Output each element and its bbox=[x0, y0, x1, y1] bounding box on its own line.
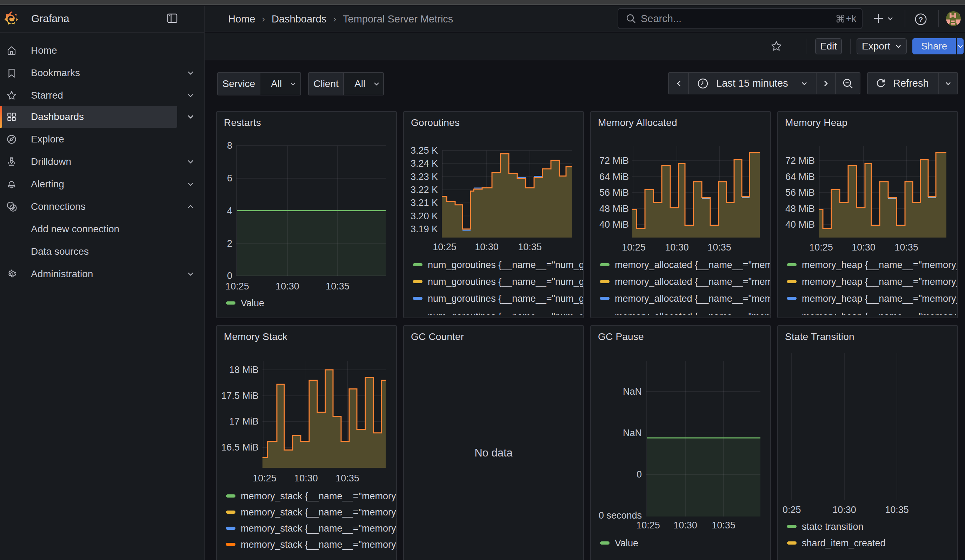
svg-text:10:35: 10:35 bbox=[885, 504, 909, 515]
svg-text:10:30: 10:30 bbox=[294, 473, 318, 483]
svg-text:16.5 MiB: 16.5 MiB bbox=[221, 442, 258, 452]
svg-text:3.22 K: 3.22 K bbox=[411, 184, 438, 195]
svg-text:10:30: 10:30 bbox=[475, 242, 499, 252]
svg-text:memory_stack {__name__="memory: memory_stack {__name__="memory_s bbox=[241, 523, 396, 534]
svg-text:64 MiB: 64 MiB bbox=[599, 171, 629, 182]
svg-text:10:25: 10:25 bbox=[809, 242, 833, 253]
svg-text:48 MiB: 48 MiB bbox=[785, 204, 815, 214]
svg-text:num_goroutines {__name__="num_: num_goroutines {__name__="num_go bbox=[428, 276, 583, 287]
svg-text:0: 0 bbox=[636, 469, 642, 480]
svg-text:56 MiB: 56 MiB bbox=[785, 188, 815, 198]
svg-text:10:35: 10:35 bbox=[518, 242, 542, 252]
svg-text:memory_allocated {__name__="me: memory_allocated {__name__="memc bbox=[615, 293, 770, 304]
svg-text:17 MiB: 17 MiB bbox=[229, 416, 258, 427]
svg-text:10:25: 10:25 bbox=[636, 520, 660, 531]
svg-text:num_goroutines {__name__="num_: num_goroutines {__name__="num_go bbox=[428, 260, 583, 270]
svg-text:Value: Value bbox=[615, 538, 638, 549]
svg-text:48 MiB: 48 MiB bbox=[599, 204, 629, 214]
svg-text:NaN: NaN bbox=[623, 386, 642, 397]
svg-text:72 MiB: 72 MiB bbox=[599, 155, 629, 166]
svg-text:memory_allocated {__name__="me: memory_allocated {__name__="memc bbox=[615, 276, 770, 287]
svg-text:0 seconds: 0 seconds bbox=[599, 510, 642, 521]
svg-text:Value: Value bbox=[241, 298, 264, 309]
svg-text:NaN: NaN bbox=[623, 428, 642, 438]
svg-text:56 MiB: 56 MiB bbox=[599, 188, 629, 198]
svg-text:memory_heap {__name__="memory_: memory_heap {__name__="memory_h bbox=[802, 293, 957, 304]
svg-text:3.25 K: 3.25 K bbox=[411, 145, 438, 156]
svg-text:40 MiB: 40 MiB bbox=[785, 219, 815, 230]
svg-text:memory_allocated {__name__="me: memory_allocated {__name__="memc bbox=[615, 260, 770, 270]
svg-text:3.24 K: 3.24 K bbox=[411, 158, 438, 169]
svg-text:6: 6 bbox=[227, 173, 232, 183]
svg-text:memory_stack {__name__="memory: memory_stack {__name__="memory_s bbox=[241, 539, 396, 550]
svg-text:3.20 K: 3.20 K bbox=[411, 211, 438, 221]
svg-text:memory_heap {__name__="memory_: memory_heap {__name__="memory_h bbox=[802, 276, 957, 287]
svg-text:3.19 K: 3.19 K bbox=[411, 224, 438, 234]
svg-text:64 MiB: 64 MiB bbox=[785, 171, 815, 182]
svg-text:10:25: 10:25 bbox=[225, 281, 249, 292]
svg-text:2: 2 bbox=[227, 238, 232, 249]
svg-text:10:35: 10:35 bbox=[711, 520, 736, 531]
svg-text:10:30: 10:30 bbox=[665, 242, 689, 253]
svg-text:10:30: 10:30 bbox=[275, 281, 299, 292]
svg-text:10:25: 10:25 bbox=[622, 242, 646, 253]
svg-text:10:35: 10:35 bbox=[707, 242, 731, 253]
svg-text:shard_item_created: shard_item_created bbox=[802, 538, 886, 549]
svg-text:10:30: 10:30 bbox=[852, 242, 875, 253]
svg-text:10:35: 10:35 bbox=[335, 473, 359, 483]
svg-text:10:30: 10:30 bbox=[833, 504, 856, 515]
svg-text:10:25: 10:25 bbox=[433, 242, 456, 252]
svg-text:?: ? bbox=[919, 15, 923, 23]
svg-text:3.23 K: 3.23 K bbox=[411, 171, 438, 182]
svg-text:state transition: state transition bbox=[802, 521, 864, 532]
svg-text:0: 0 bbox=[227, 271, 232, 281]
svg-text:18 MiB: 18 MiB bbox=[229, 364, 258, 375]
svg-text:4: 4 bbox=[227, 206, 232, 216]
svg-text:memory_stack {__name__="memory: memory_stack {__name__="memory_s bbox=[241, 507, 396, 518]
svg-text:10:35: 10:35 bbox=[325, 281, 350, 292]
svg-text:num_goroutines {__name__="num_: num_goroutines {__name__="num_go bbox=[428, 293, 583, 304]
svg-text:10:30: 10:30 bbox=[674, 520, 697, 531]
svg-text:3.21 K: 3.21 K bbox=[411, 198, 438, 208]
svg-text:memory_stack {__name__="memory: memory_stack {__name__="memory_s bbox=[241, 491, 396, 501]
svg-text:0:25: 0:25 bbox=[782, 504, 801, 515]
svg-text:72 MiB: 72 MiB bbox=[785, 155, 815, 166]
svg-text:10:25: 10:25 bbox=[253, 473, 276, 483]
svg-text:memory_heap {__name__="memory_: memory_heap {__name__="memory_h bbox=[802, 260, 957, 270]
svg-text:10:35: 10:35 bbox=[895, 242, 918, 253]
svg-text:40 MiB: 40 MiB bbox=[599, 219, 629, 230]
svg-text:17.5 MiB: 17.5 MiB bbox=[221, 390, 258, 401]
svg-text:8: 8 bbox=[227, 140, 232, 151]
